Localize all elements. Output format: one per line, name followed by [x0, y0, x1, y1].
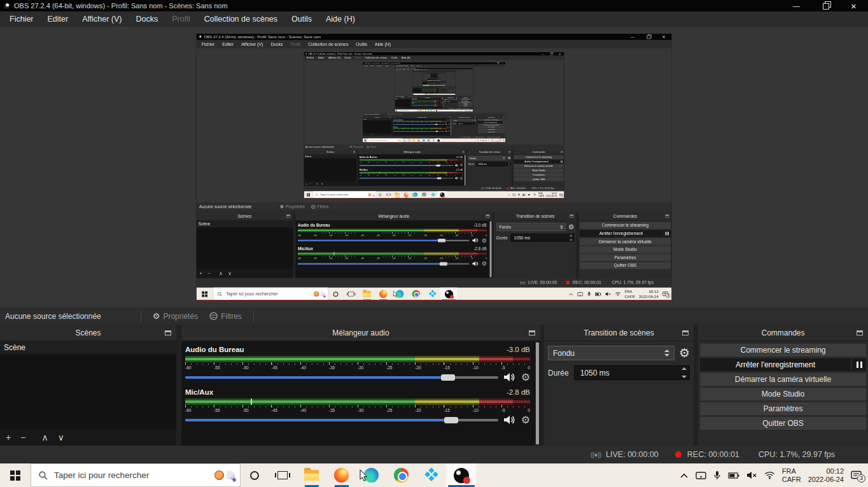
controls-header[interactable]: Commandes	[698, 325, 868, 341]
cortana-icon	[250, 471, 259, 480]
pause-recording-button[interactable]	[852, 358, 866, 371]
dock-splitter[interactable]	[694, 325, 698, 446]
volume-slider-handle[interactable]	[444, 417, 458, 423]
speaker-muted-icon[interactable]	[746, 471, 757, 479]
meter-scale: -60-55-50-45-40-35-30-25-20-15-10-50	[185, 407, 530, 413]
channel-settings-gear-icon[interactable]: ⚙	[521, 372, 530, 383]
spinner-arrows-icon[interactable]	[682, 367, 687, 378]
menu-fichier[interactable]: Fichier	[3, 11, 41, 27]
cortana-button[interactable]	[241, 463, 269, 487]
notification-center-button[interactable]: 3	[851, 470, 862, 480]
dock-popout-icon[interactable]	[682, 330, 689, 335]
separator	[141, 311, 141, 322]
chrome-icon	[394, 468, 409, 483]
rec-time: REC: 00:00:01	[687, 450, 739, 459]
scenes-panel: Scènes Scène + − ∧ ∨	[0, 325, 176, 446]
scenes-title: Scènes	[75, 328, 101, 337]
move-scene-down-button[interactable]: ∨	[58, 432, 64, 442]
transition-header[interactable]: Transition de scènes	[544, 325, 694, 341]
mouse-cursor	[360, 470, 368, 483]
volume-meter	[185, 399, 530, 405]
search-highlight-icon	[226, 470, 235, 480]
cpu-fps: CPU: 1.7%, 29.97 fps	[759, 450, 835, 459]
menu-outils[interactable]: Outils	[284, 11, 319, 27]
kodi-icon	[423, 467, 439, 483]
scene-item[interactable]: Scène	[0, 341, 176, 354]
mixer-header[interactable]: Mélangeur audio	[181, 325, 540, 341]
search-icon	[39, 471, 48, 480]
channel-db: -2.8 dB	[507, 388, 530, 398]
scenes-header[interactable]: Scènes	[0, 325, 176, 341]
properties-button[interactable]: ⚙ Propriétés	[147, 312, 204, 321]
obs-window: OBS 27.2.4 (64-bit, windows) - Profil: S…	[423, 72, 446, 85]
quit-obs-button[interactable]: Quitter OBS	[700, 417, 866, 430]
add-scene-button[interactable]: +	[6, 432, 11, 442]
menu-afficher[interactable]: Afficher (V)	[75, 11, 129, 27]
mixer-body: Audio du Bureau -3.0 dB -60-55-50-45-40-…	[181, 341, 540, 446]
settings-button[interactable]: Paramètres	[700, 402, 866, 415]
channel-settings-gear-icon[interactable]: ⚙	[521, 415, 530, 425]
language-indicator[interactable]: FRACAFR	[782, 467, 801, 484]
restore-button[interactable]	[811, 0, 839, 11]
windows-logo-icon	[10, 470, 20, 481]
studio-mode-button[interactable]: Mode Studio	[700, 388, 866, 400]
wifi-icon[interactable]	[764, 471, 775, 479]
stop-recording-button[interactable]: Arrêter l'enregistrement	[700, 358, 851, 371]
mixer-channel-mic: Mic/Aux -2.8 dB -60-55-50-45-40-35-30-25…	[185, 388, 530, 426]
obs-window: OBS 27.2.4 (64-bit, windows) - Profil: S…	[0, 0, 868, 487]
taskbar-firefox[interactable]	[326, 463, 356, 487]
volume-slider-handle[interactable]	[441, 374, 455, 381]
dock-splitter[interactable]	[176, 325, 181, 446]
close-button[interactable]: ×	[839, 0, 868, 11]
start-button[interactable]	[0, 463, 31, 487]
task-view-button[interactable]	[269, 463, 297, 487]
dock-popout-icon[interactable]	[165, 330, 171, 335]
dock-popout-icon[interactable]	[857, 330, 863, 335]
move-scene-up-button[interactable]: ∧	[41, 432, 48, 442]
transition-settings-gear-icon[interactable]: ⚙	[679, 347, 690, 359]
filters-label: Filtres	[221, 312, 242, 321]
preview-canvas[interactable]: OBS 27.2.4 (64-bit, windows) - Profil: S…	[197, 34, 672, 301]
status-bar: ((●)) LIVE: 00:00:00 REC: 00:00:01 CPU: …	[0, 446, 868, 463]
taskbar-obs[interactable]	[446, 463, 476, 487]
speaker-icon[interactable]	[504, 372, 515, 382]
microphone-icon[interactable]	[713, 470, 721, 481]
clock[interactable]: 00:122022-06-24	[808, 467, 844, 484]
file-explorer-icon	[304, 470, 319, 481]
taskbar-search[interactable]: Taper ici pour rechercher	[31, 463, 241, 487]
meter-scale: -60-55-50-45-40-35-30-25-20-15-10-50	[185, 365, 530, 371]
taskbar-chrome[interactable]	[386, 463, 416, 487]
properties-label: Propriétés	[163, 312, 198, 321]
menu-docks[interactable]: Docks	[129, 11, 165, 27]
start-virtual-camera-button[interactable]: Démarrer la caméra virtuelle	[700, 373, 866, 386]
volume-slider[interactable]	[185, 419, 498, 421]
battery-icon[interactable]	[728, 472, 739, 479]
volume-slider[interactable]	[185, 376, 498, 379]
taskbar-kodi[interactable]	[416, 463, 446, 487]
menu-collection[interactable]: Collection de scènes	[197, 11, 284, 27]
remove-scene-button[interactable]: −	[20, 432, 25, 442]
gear-icon: ⚙	[153, 312, 160, 320]
menu-bar: Fichier Editer Afficher (V) Docks Profil…	[0, 11, 868, 27]
dock-popout-icon[interactable]	[529, 330, 535, 335]
menu-aide[interactable]: Aide (H)	[319, 11, 362, 27]
duration-input[interactable]: 1050 ms	[574, 365, 690, 380]
menu-editer[interactable]: Editer	[41, 11, 76, 27]
minimize-button[interactable]: —	[782, 0, 811, 11]
obs-window: OBS 27.2.4 (64-bit, windows) - Profil: S…	[304, 52, 564, 197]
no-source-label: Aucune source sélectionnée	[5, 312, 101, 321]
tray-chevron-up-icon[interactable]	[680, 472, 689, 479]
task-view-icon	[277, 471, 288, 479]
transition-select[interactable]: Fondu	[548, 346, 675, 360]
start-streaming-button[interactable]: Commencer le streaming	[700, 344, 866, 356]
mixer-scrollbar[interactable]	[535, 342, 540, 445]
audio-mixer-panel: Mélangeur audio Audio du Bureau -3.0 dB …	[181, 325, 540, 446]
speaker-icon[interactable]	[504, 415, 515, 425]
transition-title: Transition de scènes	[584, 328, 654, 337]
filters-button[interactable]: Filtres	[204, 312, 248, 321]
taskbar-file-explorer[interactable]	[297, 463, 326, 487]
channel-name: Mic/Aux	[185, 388, 213, 398]
windows-taskbar: Taper ici pour rechercher FRACAFR 00:1	[0, 463, 868, 487]
obs-window: OBS 27.2.4 (64-bit, windows) - Profil: S…	[395, 67, 473, 111]
cast-icon[interactable]	[696, 471, 706, 480]
